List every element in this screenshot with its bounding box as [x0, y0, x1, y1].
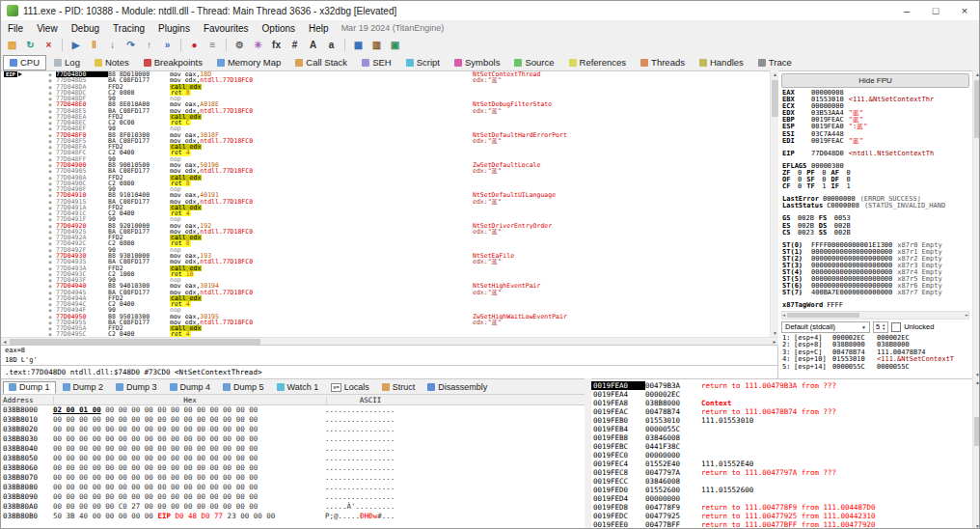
tab-script[interactable]: Script	[399, 55, 447, 70]
dump-row[interactable]: 038B80A000 00 00 00 00 C0 27 00 00 00 00…	[1, 502, 585, 512]
graph-icon[interactable]: ▦	[350, 38, 367, 53]
register-ebp[interactable]: EBP0019FEAC"蓝"	[778, 117, 972, 124]
tab-disassembly[interactable]: Disassembly	[422, 381, 493, 394]
stack-row[interactable]: 0019FEAC00478B74return to 111.00478B74 f…	[591, 407, 972, 416]
dump-row[interactable]: 038B803000 00 00 00 00 00 00 00 00 00 00…	[1, 434, 585, 444]
tab-notes[interactable]: Notes	[88, 55, 136, 70]
breakpoint-icon[interactable]: ●	[186, 38, 203, 53]
tab-dump-1[interactable]: Dump 1	[3, 381, 56, 394]
register-eip[interactable]: EIP77D048D0<ntdll.NtSetContextTh	[778, 151, 972, 157]
calling-convention-select[interactable]: Default (stdcall) ▼	[781, 321, 870, 333]
stack-row[interactable]: 0019FEE000477BFFreturn to 111.00477BFF f…	[591, 520, 972, 529]
open-file-icon[interactable]: ▨	[4, 38, 20, 53]
stack-row[interactable]: 0019FECC03846008	[591, 477, 972, 486]
dump-row[interactable]: 038B800002 00 01 00 00 00 00 00 00 00 00…	[1, 405, 585, 415]
register-st-5[interactable]: ST(5)00000000000000000000x87r5 Empty	[778, 276, 972, 283]
stack-row[interactable]: 0019FEDC00477925return to 111.00477925 f…	[591, 512, 972, 520]
dump-row[interactable]: 038B80B050 3B 40 00 00 00 00 00 EIP D0 4…	[1, 512, 585, 521]
tab-memory-map[interactable]: Memory Map	[210, 55, 287, 70]
restart-icon[interactable]: ↻	[22, 38, 39, 53]
dump-row[interactable]: 038B804000 00 00 00 00 00 00 00 00 00 00…	[1, 444, 585, 454]
pane-splitter[interactable]	[585, 378, 591, 529]
menu-help[interactable]: Help	[302, 22, 336, 35]
font-lower-icon[interactable]: a	[323, 38, 340, 53]
image-icon[interactable]: ▣	[387, 38, 403, 53]
register-edi[interactable]: EDI0019FEAC"蓝"	[778, 138, 972, 145]
register-ebx[interactable]: EBX01553010<111.&NtSetContextThr	[778, 97, 972, 103]
register-esi[interactable]: ESI03C7A448	[778, 131, 972, 138]
close-debuggee-icon[interactable]: ×	[41, 38, 57, 53]
register-esp[interactable]: ESP0019FEA0":蓝"	[778, 124, 972, 130]
stack-trace-icon[interactable]: ≡	[204, 38, 221, 53]
stack-row[interactable]: 0019FEB001553010111.01553010	[591, 416, 972, 425]
stack-row[interactable]: 0019FED400000000	[591, 494, 972, 503]
registers-vscrollbar[interactable]: ▲ ▼	[972, 70, 980, 378]
step-out-icon[interactable]: ↑	[141, 38, 157, 53]
stack-arg-5[interactable]: 5:[esp+14]0000055C0000055C	[778, 364, 972, 372]
run-icon[interactable]: ▶	[68, 38, 84, 53]
tab-watch-1[interactable]: Watch 1	[271, 381, 325, 394]
stack-row[interactable]: 0019FEA4000002EC	[591, 390, 972, 399]
magic-wand-icon[interactable]: ✳	[250, 38, 266, 53]
menu-tracing[interactable]: Tracing	[106, 22, 151, 35]
hash-icon[interactable]: #	[286, 38, 303, 53]
tab-dump-5[interactable]: Dump 5	[217, 381, 270, 394]
register-edx[interactable]: EDX03B53AA4"蓝"	[778, 110, 972, 117]
register-st-3[interactable]: ST(3)00000000000000000000x87r3 Empty	[778, 263, 972, 269]
maximize-button[interactable]: □	[921, 1, 950, 20]
tab-struct[interactable]: Struct	[376, 381, 422, 394]
tab-locals[interactable]: x=Locals	[325, 381, 375, 394]
stack-row[interactable]: 0019FEA8038B8000Context	[591, 399, 972, 407]
tab-dump-3[interactable]: Dump 3	[110, 381, 163, 394]
stack-row[interactable]: 0019FED8004778F9return to 111.004778F9 f…	[591, 503, 972, 512]
stack-row[interactable]: 0019FEC000000000	[591, 451, 972, 459]
tab-symbols[interactable]: Symbols	[448, 55, 506, 70]
menu-plugins[interactable]: Plugins	[151, 22, 197, 35]
menu-view[interactable]: View	[30, 22, 65, 35]
tab-call-stack[interactable]: Call Stack	[288, 55, 354, 70]
unlocked-checkbox[interactable]	[891, 322, 901, 332]
register-eflags[interactable]: EFLAGS00000300	[778, 163, 972, 170]
stack-row[interactable]: 0019FEC401552E40111.01552E40	[591, 459, 972, 468]
run-to-user-code-icon[interactable]: »	[159, 38, 176, 53]
tab-trace[interactable]: Trace	[751, 55, 799, 70]
step-into-icon[interactable]: ↓	[104, 38, 121, 53]
stack-row[interactable]: 0019FEBC0441F38C	[591, 442, 972, 451]
register-st-7[interactable]: ST(7)400BA7E0000000000000x87r7 Empty	[778, 290, 972, 296]
hide-fpu-button[interactable]: Hide FPU	[781, 73, 969, 88]
menu-favourites[interactable]: Favourites	[197, 22, 256, 35]
tab-seh[interactable]: SEH	[355, 55, 398, 70]
menu-debug[interactable]: Debug	[65, 22, 106, 35]
stack-row[interactable]: 0019FEC80047797Areturn to 111.0047797A f…	[591, 468, 972, 477]
help-book-icon[interactable]: ▥	[368, 38, 385, 53]
register-ecx[interactable]: ECX00000000	[778, 103, 972, 110]
dump-row[interactable]: 038B806000 00 00 00 00 00 00 00 00 00 00…	[1, 463, 585, 473]
disassembly-pane[interactable]: EIP●77D048D0B8 8D010000mov eax,18DNtSetC…	[1, 70, 779, 338]
register-x87tagword[interactable]: x87TagWordFFFF	[778, 302, 972, 309]
minimize-button[interactable]: –	[892, 1, 921, 20]
register-lasterror[interactable]: LastError00000000(ERROR_SUCCESS)	[778, 196, 972, 203]
stack-vscrollbar[interactable]: ▲ ▼	[972, 378, 980, 529]
tab-references[interactable]: References	[562, 55, 634, 70]
tab-cpu[interactable]: CPU	[3, 55, 46, 70]
close-button[interactable]: ×	[950, 1, 979, 20]
tab-breakpoints[interactable]: Breakpoints	[137, 55, 209, 70]
register-eax[interactable]: EAX00000008	[778, 90, 972, 97]
register-laststatus[interactable]: LastStatusC0000008(STATUS_INVALID_HAND	[778, 203, 972, 209]
tab-handles[interactable]: Handles	[693, 55, 750, 70]
menu-file[interactable]: File	[1, 22, 30, 35]
font-upper-icon[interactable]: A	[305, 38, 321, 53]
stack-row[interactable]: 0019FED001552600111.01552600	[591, 486, 972, 494]
pause-icon[interactable]: ‖	[86, 38, 102, 53]
stack-row[interactable]: 0019FEA000479B3Areturn to 111.00479B3A f…	[591, 381, 972, 390]
register-st-2[interactable]: ST(2)00000000000000000000x87r2 Empty	[778, 256, 972, 263]
fpu-hscrollbar[interactable]: ◄►	[781, 311, 969, 320]
menu-options[interactable]: Options	[256, 22, 302, 35]
stack-row[interactable]: 0019FEB803846008	[591, 433, 972, 442]
dump-row[interactable]: 038B805000 00 00 00 00 00 00 00 00 00 00…	[1, 454, 585, 463]
tab-threads[interactable]: Threads	[634, 55, 692, 70]
dump-row[interactable]: 038B809000 00 00 00 00 00 00 00 00 00 00…	[1, 492, 585, 502]
settings-icon[interactable]: ⚙	[231, 38, 248, 53]
tab-dump-2[interactable]: Dump 2	[57, 381, 110, 394]
tab-dump-4[interactable]: Dump 4	[164, 381, 217, 394]
